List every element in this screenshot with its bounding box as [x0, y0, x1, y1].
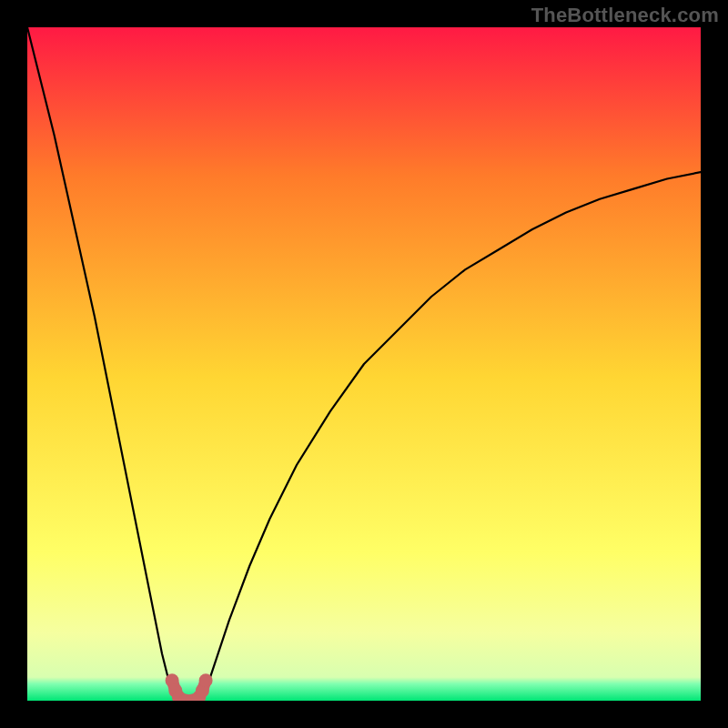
marker-dot — [199, 673, 213, 687]
plot-area — [27, 27, 701, 701]
bottleneck-chart — [27, 27, 701, 701]
watermark-text: TheBottleneck.com — [531, 4, 719, 27]
chart-frame: TheBottleneck.com — [0, 0, 728, 728]
